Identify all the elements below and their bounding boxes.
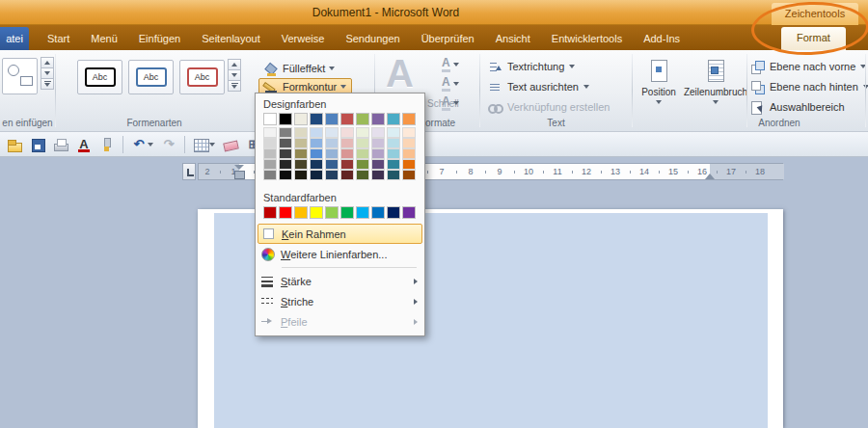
color-swatch[interactable] — [371, 138, 385, 148]
color-swatch[interactable] — [371, 159, 385, 170]
menu-item-stärke[interactable]: Stärke — [256, 271, 424, 291]
color-swatch[interactable] — [402, 170, 416, 180]
color-swatch[interactable] — [325, 113, 339, 125]
color-swatch[interactable] — [356, 148, 369, 159]
tab-start[interactable]: Start — [37, 27, 80, 50]
color-swatch[interactable] — [263, 206, 277, 219]
left-indent-marker[interactable] — [234, 165, 244, 179]
color-swatch[interactable] — [263, 138, 277, 148]
color-swatch[interactable] — [387, 113, 400, 125]
text-effects-button[interactable]: A — [442, 94, 459, 112]
color-swatch[interactable] — [325, 159, 339, 170]
color-swatch[interactable] — [294, 127, 308, 138]
color-swatch[interactable] — [294, 206, 308, 219]
tab-stop-selector[interactable] — [182, 163, 196, 180]
color-swatch[interactable] — [263, 159, 277, 170]
shape-style-3[interactable]: Abc — [179, 60, 225, 94]
color-swatch[interactable] — [387, 138, 400, 148]
color-swatch[interactable] — [310, 159, 323, 170]
shape-style-2[interactable]: Abc — [128, 60, 174, 94]
color-swatch[interactable] — [356, 113, 369, 125]
font-color-button[interactable]: A — [73, 134, 95, 155]
tab-format[interactable]: Format — [781, 27, 846, 50]
tab-seitenlayout[interactable]: Seitenlayout — [191, 27, 271, 50]
color-swatch[interactable] — [279, 148, 292, 159]
color-swatch[interactable] — [310, 148, 323, 159]
color-swatch[interactable] — [279, 127, 292, 138]
color-swatch[interactable] — [356, 159, 369, 170]
menu-item-weitere-linienfarben[interactable]: Weitere Linienfarben... — [256, 244, 424, 264]
shape-fill-button[interactable]: Fülleffekt — [258, 60, 340, 77]
color-swatch[interactable] — [371, 148, 385, 159]
color-swatch[interactable] — [387, 170, 400, 180]
text-fill-button[interactable]: A — [442, 56, 459, 73]
tab-ansicht[interactable]: Ansicht — [485, 27, 541, 50]
tab-entwicklertools[interactable]: Entwicklertools — [541, 27, 633, 50]
arrange-auswahlbereich[interactable]: Auswahlbereich — [750, 98, 845, 116]
color-swatch[interactable] — [325, 127, 339, 138]
color-swatch[interactable] — [310, 127, 323, 138]
save-button[interactable] — [27, 134, 48, 155]
color-swatch[interactable] — [387, 206, 400, 219]
color-swatch[interactable] — [310, 138, 323, 148]
tab-verweise[interactable]: Verweise — [271, 27, 336, 50]
eraser-button[interactable] — [220, 134, 241, 155]
color-swatch[interactable] — [340, 170, 354, 180]
arrange-ebene-nach-vorne[interactable]: Ebene nach vorne — [750, 58, 866, 75]
tab-add-ins[interactable]: Add-Ins — [633, 27, 691, 50]
shapes-gallery-partial[interactable] — [2, 58, 38, 94]
color-swatch[interactable] — [371, 127, 385, 138]
color-swatch[interactable] — [340, 148, 354, 159]
color-swatch[interactable] — [325, 138, 339, 148]
tab-datei[interactable]: atei — [0, 27, 29, 50]
color-swatch[interactable] — [387, 159, 400, 170]
color-swatch[interactable] — [263, 127, 277, 138]
color-swatch[interactable] — [279, 113, 292, 125]
color-swatch[interactable] — [371, 113, 385, 125]
text-verknüpfung-erstellen[interactable]: Verknüpfung erstellen — [488, 98, 610, 116]
color-swatch[interactable] — [340, 159, 354, 170]
color-swatch[interactable] — [325, 148, 339, 159]
position-button[interactable]: Position — [637, 54, 681, 118]
color-swatch[interactable] — [356, 206, 369, 219]
color-swatch[interactable] — [310, 170, 323, 180]
color-swatch[interactable] — [402, 127, 416, 138]
color-swatch[interactable] — [371, 170, 385, 180]
gallery-more-button[interactable] — [41, 78, 54, 90]
color-swatch[interactable] — [310, 113, 323, 125]
color-swatch[interactable] — [294, 138, 308, 148]
color-swatch[interactable] — [294, 113, 308, 125]
menu-item-kein-rahmen[interactable]: Kein Rahmen — [258, 224, 422, 244]
color-swatch[interactable] — [402, 206, 416, 219]
color-swatch[interactable] — [279, 159, 292, 170]
print-preview-button[interactable] — [50, 134, 71, 155]
tab-sendungen[interactable]: Sendungen — [335, 27, 410, 50]
color-swatch[interactable] — [263, 113, 277, 125]
color-swatch[interactable] — [294, 148, 308, 159]
color-swatch[interactable] — [294, 159, 308, 170]
color-swatch[interactable] — [402, 148, 416, 159]
text-text-ausrichten[interactable]: Text ausrichten — [488, 78, 589, 95]
gallery-more-button[interactable] — [228, 80, 241, 92]
color-swatch[interactable] — [325, 206, 339, 219]
color-swatch[interactable] — [294, 170, 308, 180]
tab-menü[interactable]: Menü — [80, 27, 128, 50]
color-swatch[interactable] — [340, 113, 354, 125]
color-swatch[interactable] — [279, 170, 292, 180]
format-painter-button[interactable] — [96, 134, 118, 155]
text-outline-button[interactable]: A — [442, 75, 459, 93]
color-swatch[interactable] — [279, 138, 292, 148]
right-indent-marker[interactable] — [705, 173, 715, 179]
undo-button[interactable]: ↶ — [128, 134, 156, 155]
color-swatch[interactable] — [356, 170, 369, 180]
color-swatch[interactable] — [371, 206, 385, 219]
open-folder-button[interactable] — [4, 134, 25, 155]
color-swatch[interactable] — [387, 148, 400, 159]
color-swatch[interactable] — [402, 159, 416, 170]
color-swatch[interactable] — [310, 206, 323, 219]
color-swatch[interactable] — [263, 148, 277, 159]
color-swatch[interactable] — [325, 170, 339, 180]
menu-item-pfeile[interactable]: Pfeile — [256, 311, 424, 332]
shape-style-1[interactable]: Abc — [77, 60, 122, 94]
tab-einfügen[interactable]: Einfügen — [128, 27, 191, 50]
